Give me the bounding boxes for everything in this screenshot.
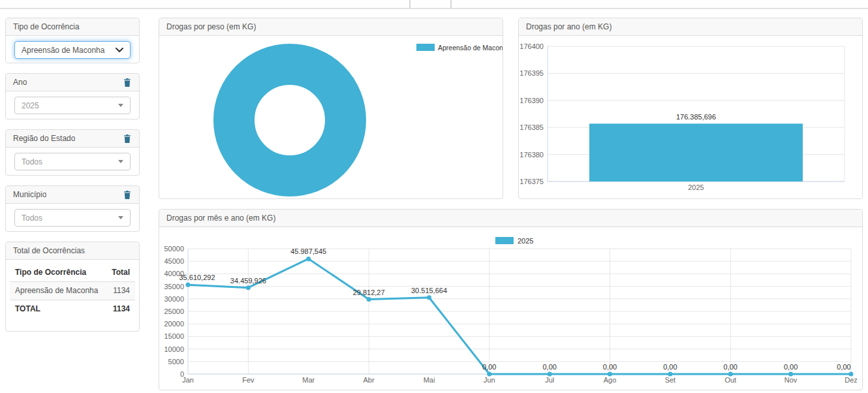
line-point[interactable] [186, 283, 191, 287]
filter-panel-header: Tipo de Ocorrência [6, 18, 139, 36]
clear-filter-button[interactable] [123, 78, 132, 87]
totals-title: Total de Ocorrências [13, 246, 85, 255]
trash-icon [123, 78, 131, 87]
dashboard-page: Tipo de Ocorrência Apreensão de Maconha … [0, 0, 868, 393]
row-total: 1134 [113, 282, 130, 300]
legend-swatch[interactable] [495, 237, 514, 244]
tipo-ocorrencia-select[interactable]: Apreensão de Maconha [14, 41, 131, 59]
y-tick-label: 176390 [519, 97, 544, 104]
line-series-2025[interactable] [188, 259, 851, 374]
line-chart-panel: Drogas por mês e ano (em KG) 05000100001… [159, 209, 863, 390]
select-value: 2025 [22, 101, 39, 110]
y-tick-label: 30000 [164, 295, 184, 303]
total-value: 1134 [113, 300, 130, 318]
filter-panel-municipio: Município Todos [5, 185, 140, 232]
line-point[interactable] [306, 257, 311, 261]
y-tick-label: 15000 [164, 332, 184, 340]
bar-2025[interactable] [589, 123, 803, 181]
filter-label: Município [13, 190, 46, 199]
total-label: TOTAL [15, 300, 40, 318]
filter-panel-header: Ano [6, 74, 139, 91]
point-value-label: 0,00 [663, 363, 677, 371]
municipio-select[interactable]: Todos [14, 209, 131, 227]
point-value-label: 45.987,545 [290, 247, 326, 255]
bar-panel-title: Drogas por ano (em KG) [526, 22, 612, 31]
select-value: Apreensão de Maconha [22, 46, 104, 55]
y-tick-label: 20000 [164, 320, 184, 328]
table-total-row: TOTAL 1134 [10, 300, 135, 318]
line-panel-title: Drogas por mês e ano (em KG) [166, 213, 275, 223]
pie-panel-title: Drogas por peso (em KG) [166, 22, 256, 31]
ano-select[interactable]: 2025 [14, 97, 131, 114]
clear-filter-button[interactable] [123, 134, 132, 144]
line-point[interactable] [246, 285, 251, 290]
point-value-label: 0,00 [837, 363, 850, 371]
y-tick-label: 25000 [164, 307, 184, 315]
select-value: Todos [22, 213, 42, 223]
totals-header-row: Tipo de Ocorrência Total [10, 264, 135, 282]
point-value-label: 0,00 [724, 363, 737, 371]
x-category-label: Dez [845, 376, 858, 384]
x-category-label: Nov [784, 376, 798, 384]
filter-panel-ano: Ano 2025 [5, 73, 140, 119]
filter-label: Região do Estado [13, 134, 75, 143]
y-tick-label: 176395 [519, 69, 544, 77]
regiao-select[interactable]: Todos [14, 153, 131, 170]
col-tipo: Tipo de Ocorrência [15, 264, 86, 281]
x-category-label: Set [665, 376, 676, 384]
x-category-label: Jan [182, 376, 194, 384]
pie-chart: Apreensão de Maconha [159, 35, 503, 198]
x-category-label: 2025 [688, 183, 704, 191]
y-tick-label: 176380 [519, 151, 544, 159]
trash-icon [123, 134, 131, 143]
x-category-label: Mar [302, 376, 315, 384]
caret-down-icon [118, 104, 123, 107]
line-point[interactable] [367, 297, 371, 302]
x-category-label: Mai [424, 376, 435, 384]
x-category-label: Abr [364, 376, 375, 384]
legend-label[interactable]: Apreensão de Maconha [438, 44, 503, 52]
y-tick-label: 176400 [519, 42, 544, 50]
y-tick-label: 45000 [164, 257, 184, 265]
col-total: Total [112, 264, 130, 281]
y-tick-label: 5000 [168, 358, 184, 366]
filter-panel-tipo-ocorrencia: Tipo de Ocorrência Apreensão de Maconha [5, 18, 140, 63]
x-category-label: Out [724, 376, 736, 384]
bar-chart: 176375176380176385176390176395176400176.… [519, 35, 862, 198]
y-tick-label: 176375 [519, 178, 544, 185]
legend-swatch[interactable] [416, 44, 435, 51]
row-tipo: Apreensão de Maconha [15, 282, 98, 300]
x-category-label: Ago [604, 376, 617, 384]
point-value-label: 30.515,664 [411, 287, 447, 294]
point-value-label: 29.812,27 [353, 289, 385, 296]
pie-chart-panel: Drogas por peso (em KG) Apreensão de Mac… [159, 18, 503, 199]
totals-table: Tipo de Ocorrência Total Apreensão de Ma… [10, 264, 135, 318]
legend-label[interactable]: 2025 [518, 237, 533, 245]
caret-down-icon [118, 160, 123, 163]
y-tick-label: 176385 [519, 123, 544, 131]
point-value-label: 0,00 [482, 363, 496, 371]
clear-filter-button[interactable] [123, 190, 132, 200]
bar-value-label: 176.385,696 [676, 113, 716, 121]
line-point[interactable] [427, 295, 431, 300]
y-tick-label: 50000 [164, 245, 184, 253]
pie-ring[interactable] [234, 65, 346, 176]
tab-divider [450, 0, 452, 8]
x-category-label: Fev [242, 376, 255, 384]
y-tick-label: 35000 [164, 283, 184, 291]
point-value-label: 0,00 [542, 363, 556, 371]
trash-icon [123, 191, 131, 199]
point-value-label: 0,00 [603, 363, 617, 371]
pie-panel-header: Drogas por peso (em KG) [159, 18, 503, 36]
select-value: Todos [22, 157, 42, 166]
bar-chart-panel: Drogas por ano (em KG) 17637517638017638… [518, 18, 863, 199]
totals-panel: Total de Ocorrências Tipo de Ocorrência … [5, 242, 140, 332]
y-tick-label: 10000 [164, 345, 184, 353]
point-value-label: 35.610,292 [179, 274, 215, 281]
filter-panel-header: Município [6, 186, 139, 204]
top-tab-bar [0, 0, 868, 9]
filter-label: Tipo de Ocorrência [13, 22, 80, 31]
point-value-label: 0,00 [784, 363, 798, 371]
filter-panel-header: Região do Estado [6, 130, 139, 148]
line-chart: 0500010000150002000025000300003500040000… [159, 227, 862, 390]
